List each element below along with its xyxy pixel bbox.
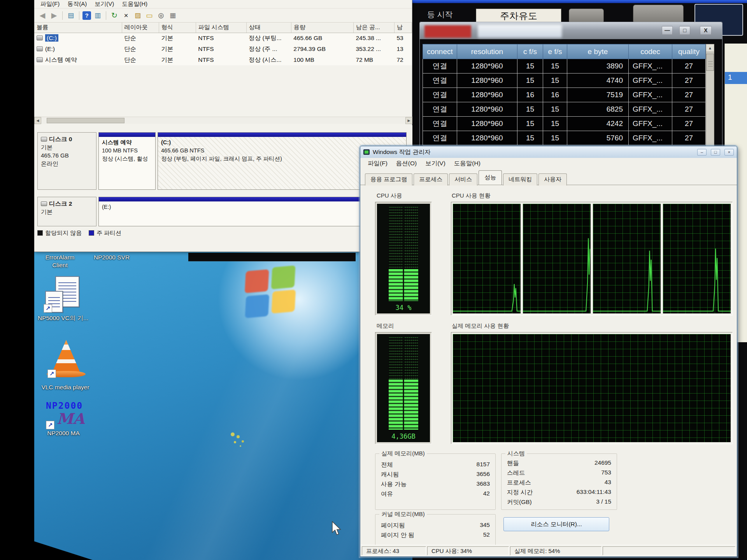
volume-cell: 72 [394, 54, 412, 65]
volume-list: 볼륨레이아웃형식파일 시스템상태용량남은 공...남 (C:)단순기본NTFS정… [34, 23, 412, 65]
disk-legend: 할당되지 않음주 파티션 [37, 229, 121, 237]
drive-icon [41, 137, 47, 142]
windows-flag-logo [243, 265, 300, 324]
mem-history-label: 실제 메모리 사용 현황 [452, 322, 509, 330]
tab-성능[interactable]: 성능 [479, 170, 502, 185]
volume-name: (C:) [45, 34, 58, 42]
scroll-left-arrow-icon[interactable]: ◀ [34, 117, 41, 124]
scrollbar-thumb[interactable] [706, 54, 714, 71]
volume-list-hscrollbar[interactable]: ◀ ▶ [34, 117, 412, 124]
camera-row[interactable]: 연결1280*96015154242GFFX_...27 [423, 117, 706, 131]
volume-row[interactable]: (C:)단순기본NTFS정상 (부팅...465.66 GB245.38 ...… [34, 33, 412, 44]
tab-네트워킹[interactable]: 네트워킹 [503, 173, 537, 186]
console-tree-icon[interactable]: ▤ [66, 10, 76, 21]
camera-cell: 16 [517, 88, 543, 102]
column-header[interactable]: 남 [394, 23, 412, 33]
scrollbar-thumb[interactable] [47, 118, 124, 123]
tm-tabstrip: 응용 프로그램프로세스서비스성능네트워킹사용자 [360, 169, 737, 185]
desktop-icon-erroralarm-client[interactable]: ErrorAlarm Client [37, 254, 83, 269]
cctv-toolbar-button[interactable] [569, 9, 604, 23]
search-icon[interactable]: ◎ [156, 10, 166, 21]
manage-icon[interactable]: ▦ [168, 10, 178, 21]
camera-column-header[interactable]: e f/s [543, 44, 567, 59]
camera-column-header[interactable]: connect [423, 44, 457, 59]
camera-cell: 27 [672, 131, 706, 145]
legend-item: 할당되지 않음 [37, 229, 82, 237]
camera-column-header[interactable]: quality [672, 44, 706, 59]
resource-monitor-button[interactable]: 리소스 모니터(R)... [503, 517, 609, 531]
partition-system-reserved[interactable]: 시스템 예약 100 MB NTFS 정상 (시스템, 활성 [98, 132, 156, 190]
column-header[interactable]: 형식 [159, 23, 196, 33]
camera-cell: 27 [672, 88, 706, 102]
forward-icon[interactable]: ▶ [49, 10, 59, 21]
action-pane-icon[interactable]: ▥ [93, 10, 103, 21]
camera-row[interactable]: 연결1280*96016167519GFFX_...27 [423, 88, 706, 102]
refresh-icon[interactable]: ↻ [109, 10, 119, 21]
back-icon[interactable]: ◀ [37, 10, 47, 21]
tm-menu-item[interactable]: 파일(F) [363, 159, 392, 168]
dm-menu-item[interactable]: 동작(A) [63, 0, 91, 8]
help-icon[interactable]: ? [82, 11, 91, 20]
column-header[interactable]: 볼륨 [34, 23, 122, 33]
column-header[interactable]: 남은 공... [353, 23, 394, 33]
volume-row[interactable]: 시스템 예약단순기본NTFS정상 (시스...100 MB72 MB72 [34, 54, 412, 65]
camera-row[interactable]: 연결1280*96015155760GFFX_...27 [423, 131, 706, 145]
tm-menu-item[interactable]: 옵션(O) [392, 159, 421, 168]
tab-서비스[interactable]: 서비스 [449, 173, 477, 186]
popup-titlebar[interactable]: — □ X [420, 22, 722, 39]
camera-cell: 15 [543, 59, 567, 74]
dm-menu-item[interactable]: 도움말(H) [118, 0, 151, 8]
icon-label: NP2000 MA [34, 429, 93, 437]
camera-cell: 27 [672, 117, 706, 131]
volume-cell: 정상 (시스... [246, 54, 291, 65]
camera-cell: 1280*960 [457, 88, 517, 102]
disk-volume-icon [37, 46, 43, 51]
tab-프로세스[interactable]: 프로세스 [414, 173, 448, 186]
maximize-button[interactable]: □ [679, 26, 690, 35]
desktop-icon-vlc[interactable]: ↗ VLC media player [38, 340, 93, 407]
desktop-icon-np5000[interactable]: ↗ NP5000 VC의 기... [36, 275, 90, 338]
column-header[interactable]: 용량 [291, 23, 353, 33]
camera-column-header[interactable]: e byte [567, 44, 629, 59]
close-button[interactable]: X [700, 26, 712, 35]
minimize-button[interactable]: — [662, 26, 673, 35]
parking-guidance-button[interactable]: 주차유도 [476, 9, 561, 23]
toolbar-separator [79, 11, 79, 20]
column-header[interactable]: 레이아웃 [122, 23, 159, 33]
camera-row[interactable]: 연결1280*96015156825GFFX_...27 [423, 102, 706, 117]
camera-row[interactable]: 연결1280*96015153890GFFX_...27 [423, 59, 706, 74]
dm-menu-item[interactable]: 파일(F) [37, 0, 63, 8]
tm-menu-item[interactable]: 도움말(H) [450, 159, 485, 168]
tab-사용자[interactable]: 사용자 [538, 173, 567, 186]
column-header[interactable]: 파일 시스템 [196, 23, 246, 33]
maximize-button[interactable]: □ [711, 149, 720, 156]
tm-titlebar[interactable]: Windows 작업 관리자 – □ × [360, 146, 737, 158]
flag-pane-blue [245, 294, 269, 318]
dm-menu-item[interactable]: 보기(V) [91, 0, 118, 8]
close-button[interactable]: × [724, 149, 734, 156]
volume-row[interactable]: (E:)단순기본NTFS정상 (주 ...2794.39 GB353.22 ..… [34, 44, 412, 54]
camera-column-header[interactable]: c f/s [517, 44, 543, 59]
delete-icon[interactable]: × [121, 10, 131, 21]
cpu-gauge-label: CPU 사용 [377, 192, 402, 200]
camera-row[interactable]: 연결1280*96015154740GFFX_...27 [423, 74, 706, 88]
camera-column-header[interactable]: resolution [457, 44, 517, 59]
desktop-icon-np2000-svr[interactable]: NP2000 SVR [82, 254, 141, 261]
task-manager-app-icon [363, 149, 370, 155]
camera-column-header[interactable]: codec [629, 44, 672, 59]
volume-name-cell: 시스템 예약 [34, 54, 122, 65]
mouse-cursor [331, 521, 342, 537]
properties-icon[interactable]: ▨ [133, 10, 143, 21]
column-header[interactable]: 상태 [246, 23, 291, 33]
minimize-button[interactable]: – [697, 149, 707, 156]
drive-icon [41, 201, 47, 206]
tab-응용 프로그램[interactable]: 응용 프로그램 [365, 173, 412, 186]
camera-cell: 연결 [423, 74, 457, 88]
desktop-icon-np2000-ma[interactable]: NP2000 MA ↗ NP2000 MA [34, 401, 93, 443]
open-icon[interactable]: ▭ [144, 10, 154, 21]
scroll-up-arrow-icon[interactable]: ▲ [706, 44, 714, 52]
channel-list-item-selected[interactable]: 1 [725, 72, 747, 84]
tm-menu-item[interactable]: 보기(V) [421, 159, 450, 168]
scroll-right-arrow-icon[interactable]: ▶ [405, 117, 412, 124]
cctv-toolbar-button[interactable] [633, 5, 684, 23]
